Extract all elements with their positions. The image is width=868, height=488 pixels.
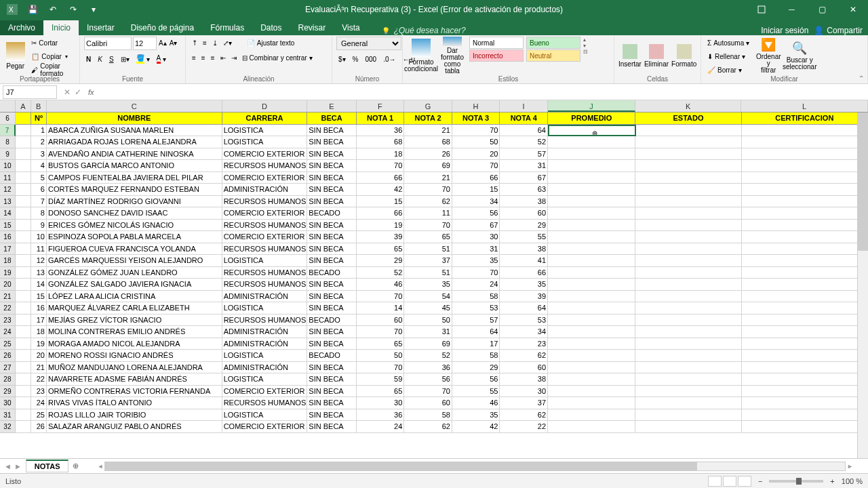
cell[interactable]: 29 bbox=[452, 362, 500, 374]
header-cell[interactable]: BECA bbox=[307, 113, 356, 125]
cell[interactable]: ARRIAGADA ROJAS LORENA ALEJANDRA bbox=[47, 136, 222, 148]
cell[interactable]: DÍAZ MARTÍNEZ RODRIGO GIOVANNI bbox=[47, 196, 222, 208]
cell[interactable]: BECADO bbox=[307, 207, 356, 220]
row-header[interactable]: 11 bbox=[0, 172, 16, 184]
copy-button[interactable]: 📋Copiar▾ bbox=[29, 50, 75, 62]
tab-vista[interactable]: Vista bbox=[334, 20, 368, 35]
cell[interactable]: 38 bbox=[500, 373, 548, 386]
cell[interactable]: MARQUEZ ÁLVAREZ CARLA ELIZABETH bbox=[47, 302, 222, 314]
cell[interactable] bbox=[16, 136, 31, 148]
cell[interactable]: 50 bbox=[357, 350, 405, 362]
cell[interactable] bbox=[635, 267, 741, 279]
row-header[interactable]: 12 bbox=[0, 184, 16, 196]
cell[interactable]: 7 bbox=[31, 196, 47, 208]
sheet-tab-notas[interactable]: NOTAS bbox=[26, 460, 69, 472]
row-header[interactable]: 10 bbox=[0, 160, 16, 172]
column-header-J[interactable]: J bbox=[548, 100, 636, 112]
cell[interactable]: RECURSOS HUMANOS bbox=[222, 267, 308, 279]
cell[interactable]: 35 bbox=[452, 409, 500, 422]
cell[interactable]: 18 bbox=[357, 148, 405, 161]
cell[interactable] bbox=[635, 243, 741, 256]
cell[interactable] bbox=[548, 207, 635, 220]
cell[interactable]: 1 bbox=[31, 125, 47, 137]
cell[interactable] bbox=[742, 148, 868, 161]
cell[interactable]: 60 bbox=[500, 207, 548, 220]
cell[interactable] bbox=[548, 373, 635, 386]
zoom-out-button[interactable]: − bbox=[758, 477, 762, 485]
maximize-icon[interactable]: ▢ bbox=[807, 0, 837, 19]
cell[interactable] bbox=[635, 184, 741, 196]
cell[interactable]: MOLINA CONTRERAS EMILIO ANDRÉS bbox=[47, 326, 222, 338]
cell[interactable]: 14 bbox=[31, 279, 47, 291]
cell[interactable]: 8 bbox=[31, 207, 47, 220]
align-bottom-button[interactable]: ⤓ bbox=[210, 37, 220, 49]
cell[interactable] bbox=[635, 207, 741, 220]
cell[interactable] bbox=[635, 362, 741, 374]
tab-inicio[interactable]: Inicio bbox=[43, 20, 79, 35]
cell[interactable] bbox=[635, 160, 741, 172]
cell[interactable]: 68 bbox=[357, 136, 405, 148]
cell[interactable]: 12 bbox=[31, 255, 47, 267]
cell[interactable] bbox=[548, 326, 635, 338]
cell[interactable]: BUSTOS GARCÍA MARCO ANTONIO bbox=[47, 160, 222, 172]
cell[interactable]: 52 bbox=[500, 136, 548, 148]
cell[interactable] bbox=[16, 184, 31, 196]
insert-cells-button[interactable]: Insertar bbox=[618, 37, 642, 75]
cell[interactable]: 70 bbox=[357, 291, 405, 303]
cell[interactable]: 70 bbox=[452, 125, 500, 137]
header-cell[interactable]: CARRERA bbox=[222, 113, 308, 125]
tab-nav-next-icon[interactable]: ► bbox=[14, 462, 22, 470]
cell[interactable]: 2 bbox=[31, 136, 47, 148]
tab-datos[interactable]: Datos bbox=[252, 20, 290, 35]
percent-button[interactable]: % bbox=[351, 53, 361, 65]
column-header-K[interactable]: K bbox=[635, 100, 741, 112]
cell[interactable] bbox=[548, 350, 635, 362]
cell[interactable]: 59 bbox=[357, 373, 405, 386]
cell[interactable]: SIN BECA bbox=[307, 421, 356, 433]
cell[interactable] bbox=[742, 184, 868, 196]
cell[interactable] bbox=[548, 196, 635, 208]
header-cell[interactable]: PROMEDIO bbox=[548, 113, 635, 125]
row-header[interactable]: 28 bbox=[0, 373, 16, 386]
row-header[interactable]: 32 bbox=[0, 421, 16, 433]
cell[interactable]: 36 bbox=[357, 409, 405, 422]
cell[interactable] bbox=[16, 279, 31, 291]
cell[interactable]: 70 bbox=[452, 267, 500, 279]
cell[interactable]: 62 bbox=[500, 409, 548, 422]
cell[interactable] bbox=[548, 397, 635, 409]
cell[interactable]: 15 bbox=[452, 184, 500, 196]
name-box[interactable] bbox=[3, 85, 57, 99]
cell[interactable] bbox=[635, 421, 741, 433]
tab-nav-prev-icon[interactable]: ◄ bbox=[4, 462, 12, 470]
cell[interactable]: 18 bbox=[31, 326, 47, 338]
cell[interactable]: ABARCA ZUÑIGA SUSANA MARLEN bbox=[47, 125, 222, 137]
cell[interactable]: RECURSOS HUMANOS bbox=[222, 279, 308, 291]
cell[interactable] bbox=[742, 207, 868, 220]
cell[interactable]: 35 bbox=[452, 255, 500, 267]
close-icon[interactable]: ✕ bbox=[837, 0, 868, 19]
cell[interactable]: 54 bbox=[404, 291, 452, 303]
cell[interactable] bbox=[16, 231, 31, 243]
cell[interactable] bbox=[742, 302, 868, 314]
merge-center-button[interactable]: ⊟Combinar y centrar▾ bbox=[240, 52, 315, 64]
cell[interactable]: 17 bbox=[452, 338, 500, 350]
cell[interactable]: ADMINISTRACIÓN bbox=[222, 326, 308, 338]
cell[interactable]: 3 bbox=[31, 148, 47, 161]
cell[interactable]: SIN BECA bbox=[307, 136, 356, 148]
cell[interactable]: SIN BECA bbox=[307, 338, 356, 350]
cell[interactable]: SIN BECA bbox=[307, 386, 356, 398]
redo-icon[interactable]: ↷ bbox=[65, 1, 81, 18]
cell[interactable]: 36 bbox=[404, 362, 452, 374]
increase-font-button[interactable]: A▴ bbox=[158, 37, 167, 49]
cell[interactable] bbox=[16, 362, 31, 374]
cell[interactable]: 31 bbox=[404, 326, 452, 338]
cell[interactable] bbox=[548, 231, 635, 243]
cell[interactable]: 57 bbox=[500, 148, 548, 161]
cell[interactable]: ROJAS LILLO JAIR TORIBIO bbox=[47, 409, 222, 422]
cell[interactable] bbox=[548, 148, 635, 161]
cell[interactable]: 56 bbox=[452, 373, 500, 386]
cell[interactable]: 35 bbox=[500, 279, 548, 291]
cell[interactable]: 36 bbox=[357, 125, 405, 137]
increase-decimal-button[interactable]: .0→ bbox=[381, 53, 397, 65]
collapse-ribbon-icon[interactable]: ⌃ bbox=[859, 75, 864, 82]
